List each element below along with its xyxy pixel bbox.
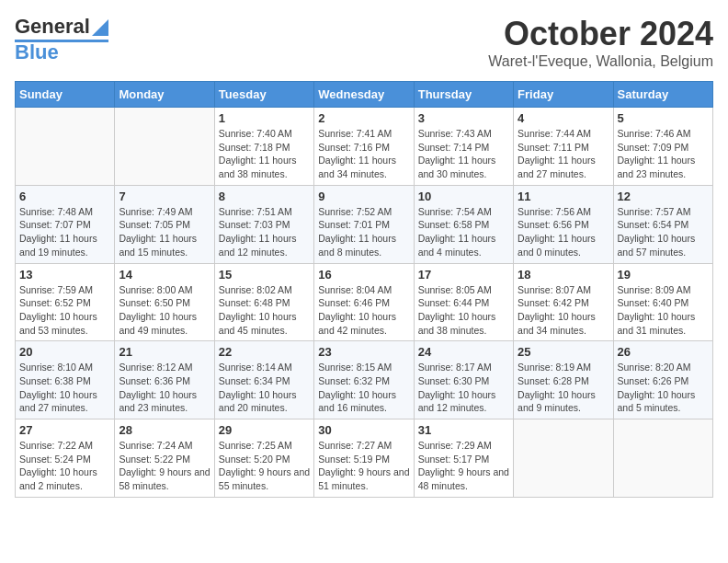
logo-icon	[92, 16, 108, 36]
calendar-cell: 6Sunrise: 7:48 AM Sunset: 7:07 PM Daylig…	[16, 185, 115, 263]
calendar-cell: 10Sunrise: 7:54 AM Sunset: 6:58 PM Dayli…	[414, 185, 513, 263]
day-info: Sunrise: 8:05 AM Sunset: 6:44 PM Dayligh…	[418, 283, 509, 338]
calendar-cell	[115, 108, 214, 186]
calendar-cell: 3Sunrise: 7:43 AM Sunset: 7:14 PM Daylig…	[414, 108, 513, 186]
page-header: General Blue October 2024 Waret-l'Eveque…	[15, 15, 713, 70]
day-info: Sunrise: 7:51 AM Sunset: 7:03 PM Dayligh…	[219, 205, 310, 259]
day-number: 31	[418, 423, 509, 437]
day-number: 26	[618, 345, 709, 359]
day-info: Sunrise: 8:17 AM Sunset: 6:30 PM Dayligh…	[418, 361, 509, 415]
day-number: 27	[19, 423, 110, 437]
day-info: Sunrise: 7:44 AM Sunset: 7:11 PM Dayligh…	[518, 127, 609, 181]
calendar-cell: 16Sunrise: 8:04 AM Sunset: 6:46 PM Dayli…	[314, 263, 414, 341]
calendar-cell: 1Sunrise: 7:40 AM Sunset: 7:18 PM Daylig…	[214, 108, 313, 186]
calendar-cell	[514, 419, 613, 498]
weekday-header-thursday: Thursday	[414, 82, 513, 108]
day-number: 4	[518, 111, 609, 125]
logo: General Blue	[15, 15, 108, 64]
day-info: Sunrise: 8:19 AM Sunset: 6:28 PM Dayligh…	[518, 361, 609, 415]
logo-blue: Blue	[15, 40, 59, 64]
day-info: Sunrise: 7:27 AM Sunset: 5:19 PM Dayligh…	[318, 439, 409, 493]
day-number: 3	[418, 111, 509, 125]
calendar-cell: 12Sunrise: 7:57 AM Sunset: 6:54 PM Dayli…	[613, 185, 712, 263]
day-info: Sunrise: 8:10 AM Sunset: 6:38 PM Dayligh…	[19, 361, 110, 415]
calendar-cell: 2Sunrise: 7:41 AM Sunset: 7:16 PM Daylig…	[314, 108, 414, 186]
day-info: Sunrise: 7:57 AM Sunset: 6:54 PM Dayligh…	[618, 205, 709, 259]
day-number: 10	[418, 190, 509, 203]
day-info: Sunrise: 7:40 AM Sunset: 7:18 PM Dayligh…	[219, 127, 310, 181]
calendar-cell: 23Sunrise: 8:15 AM Sunset: 6:32 PM Dayli…	[314, 341, 414, 419]
day-info: Sunrise: 8:07 AM Sunset: 6:42 PM Dayligh…	[518, 283, 609, 338]
day-number: 24	[418, 345, 509, 359]
calendar-cell: 19Sunrise: 8:09 AM Sunset: 6:40 PM Dayli…	[613, 263, 712, 341]
day-info: Sunrise: 7:25 AM Sunset: 5:20 PM Dayligh…	[219, 439, 310, 493]
calendar-cell: 31Sunrise: 7:29 AM Sunset: 5:17 PM Dayli…	[414, 419, 513, 498]
day-number: 22	[219, 345, 310, 359]
day-number: 5	[618, 111, 709, 125]
svg-marker-0	[92, 19, 108, 36]
day-number: 30	[318, 423, 409, 437]
day-info: Sunrise: 7:29 AM Sunset: 5:17 PM Dayligh…	[418, 439, 509, 493]
weekday-header-sunday: Sunday	[16, 82, 115, 108]
day-info: Sunrise: 8:15 AM Sunset: 6:32 PM Dayligh…	[318, 361, 409, 415]
day-number: 12	[618, 190, 709, 203]
calendar-cell: 5Sunrise: 7:46 AM Sunset: 7:09 PM Daylig…	[613, 108, 712, 186]
day-number: 1	[219, 111, 310, 125]
location-title: Waret-l'Eveque, Wallonia, Belgium	[488, 53, 713, 70]
calendar-cell: 17Sunrise: 8:05 AM Sunset: 6:44 PM Dayli…	[414, 263, 513, 341]
calendar-cell: 18Sunrise: 8:07 AM Sunset: 6:42 PM Dayli…	[514, 263, 613, 341]
calendar-cell: 21Sunrise: 8:12 AM Sunset: 6:36 PM Dayli…	[115, 341, 214, 419]
day-info: Sunrise: 8:02 AM Sunset: 6:48 PM Dayligh…	[219, 283, 310, 338]
weekday-header-monday: Monday	[115, 82, 214, 108]
day-number: 8	[219, 190, 310, 203]
day-info: Sunrise: 7:43 AM Sunset: 7:14 PM Dayligh…	[418, 127, 509, 181]
week-row-4: 20Sunrise: 8:10 AM Sunset: 6:38 PM Dayli…	[16, 341, 713, 419]
calendar-cell	[16, 108, 115, 186]
calendar-cell: 22Sunrise: 8:14 AM Sunset: 6:34 PM Dayli…	[214, 341, 313, 419]
title-area: October 2024 Waret-l'Eveque, Wallonia, B…	[488, 15, 713, 70]
day-number: 6	[19, 190, 110, 203]
day-number: 18	[518, 268, 609, 282]
calendar-cell: 20Sunrise: 8:10 AM Sunset: 6:38 PM Dayli…	[16, 341, 115, 419]
day-number: 25	[518, 345, 609, 359]
day-info: Sunrise: 8:14 AM Sunset: 6:34 PM Dayligh…	[219, 361, 310, 415]
day-info: Sunrise: 8:12 AM Sunset: 6:36 PM Dayligh…	[119, 361, 210, 415]
day-info: Sunrise: 7:56 AM Sunset: 6:56 PM Dayligh…	[518, 205, 609, 259]
month-title: October 2024	[488, 15, 713, 53]
day-number: 14	[119, 268, 210, 282]
day-info: Sunrise: 8:20 AM Sunset: 6:26 PM Dayligh…	[618, 361, 709, 415]
week-row-1: 1Sunrise: 7:40 AM Sunset: 7:18 PM Daylig…	[16, 108, 713, 186]
logo-general: General	[15, 15, 90, 39]
day-number: 19	[618, 268, 709, 282]
day-info: Sunrise: 8:00 AM Sunset: 6:50 PM Dayligh…	[119, 283, 210, 338]
calendar-cell: 14Sunrise: 8:00 AM Sunset: 6:50 PM Dayli…	[115, 263, 214, 341]
day-number: 9	[318, 190, 409, 203]
calendar-cell: 9Sunrise: 7:52 AM Sunset: 7:01 PM Daylig…	[314, 185, 414, 263]
day-number: 15	[219, 268, 310, 282]
day-info: Sunrise: 7:52 AM Sunset: 7:01 PM Dayligh…	[318, 205, 409, 259]
day-number: 16	[318, 268, 409, 282]
week-row-5: 27Sunrise: 7:22 AM Sunset: 5:24 PM Dayli…	[16, 419, 713, 498]
day-number: 7	[119, 190, 210, 203]
calendar-cell: 29Sunrise: 7:25 AM Sunset: 5:20 PM Dayli…	[214, 419, 313, 498]
day-info: Sunrise: 7:49 AM Sunset: 7:05 PM Dayligh…	[119, 205, 210, 259]
week-row-3: 13Sunrise: 7:59 AM Sunset: 6:52 PM Dayli…	[16, 263, 713, 341]
calendar-cell: 27Sunrise: 7:22 AM Sunset: 5:24 PM Dayli…	[16, 419, 115, 498]
day-info: Sunrise: 7:46 AM Sunset: 7:09 PM Dayligh…	[618, 127, 709, 181]
day-info: Sunrise: 8:04 AM Sunset: 6:46 PM Dayligh…	[318, 283, 409, 338]
calendar-cell: 4Sunrise: 7:44 AM Sunset: 7:11 PM Daylig…	[514, 108, 613, 186]
day-number: 20	[19, 345, 110, 359]
weekday-header-friday: Friday	[514, 82, 613, 108]
week-row-2: 6Sunrise: 7:48 AM Sunset: 7:07 PM Daylig…	[16, 185, 713, 263]
day-info: Sunrise: 7:22 AM Sunset: 5:24 PM Dayligh…	[19, 439, 110, 493]
day-number: 17	[418, 268, 509, 282]
day-number: 11	[518, 190, 609, 203]
weekday-header-row: SundayMondayTuesdayWednesdayThursdayFrid…	[16, 82, 713, 108]
calendar-cell: 28Sunrise: 7:24 AM Sunset: 5:22 PM Dayli…	[115, 419, 214, 498]
day-number: 23	[318, 345, 409, 359]
day-info: Sunrise: 7:54 AM Sunset: 6:58 PM Dayligh…	[418, 205, 509, 259]
weekday-header-wednesday: Wednesday	[314, 82, 414, 108]
weekday-header-tuesday: Tuesday	[214, 82, 313, 108]
calendar-cell: 26Sunrise: 8:20 AM Sunset: 6:26 PM Dayli…	[613, 341, 712, 419]
day-info: Sunrise: 7:48 AM Sunset: 7:07 PM Dayligh…	[19, 205, 110, 259]
